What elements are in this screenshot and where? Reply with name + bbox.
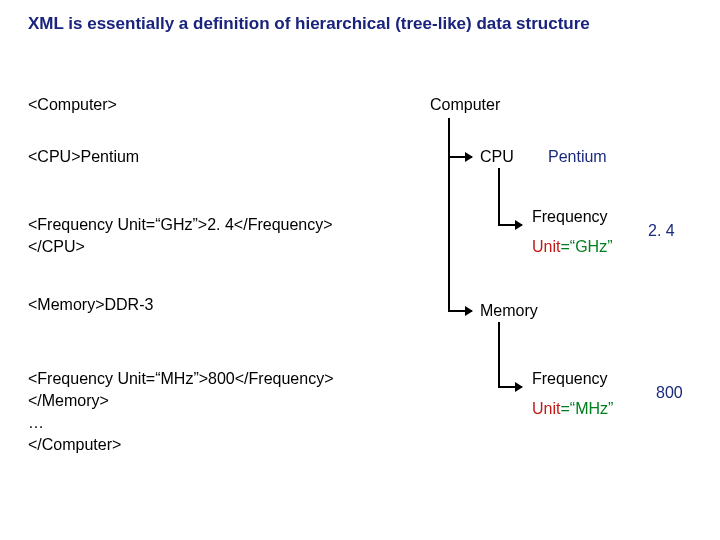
code-cpu-close: </CPU> — [28, 238, 85, 256]
tree-arrow-freq1 — [498, 224, 522, 226]
tree-frequency-ghz: Frequency — [532, 208, 608, 226]
tree-frequency-mhz: Frequency — [532, 370, 608, 388]
tree-line-memory — [498, 322, 500, 386]
tree-unit-ghz: Unit=“GHz” — [532, 238, 612, 256]
tree-arrow-memory — [448, 310, 472, 312]
code-memory-close: </Memory> — [28, 392, 109, 410]
code-memory-open: <Memory>DDR-3 — [28, 296, 153, 314]
code-cpu-open: <CPU>Pentium — [28, 148, 139, 166]
tree-line-cpu — [498, 168, 500, 224]
code-frequency-mhz: <Frequency Unit=“MHz”>800</Frequency> — [28, 370, 333, 388]
tree-unit-mhz: Unit=“MHz” — [532, 400, 613, 418]
unit-val-mhz: =“MHz” — [560, 400, 613, 417]
tree-computer: Computer — [430, 96, 500, 114]
tree-freq-mhz-value: 800 — [656, 384, 683, 402]
tree-line-root — [448, 118, 450, 312]
page-title: XML is essentially a definition of hiera… — [28, 14, 590, 34]
code-frequency-ghz: <Frequency Unit=“GHz”>2. 4</Frequency> — [28, 216, 333, 234]
code-ellipsis: … — [28, 414, 44, 432]
unit-attr-mhz: Unit — [532, 400, 560, 417]
tree-arrow-cpu — [448, 156, 472, 158]
tree-memory: Memory — [480, 302, 538, 320]
unit-val-ghz: =“GHz” — [560, 238, 612, 255]
tree-cpu: CPU — [480, 148, 514, 166]
tree-cpu-value: Pentium — [548, 148, 607, 166]
unit-attr-ghz: Unit — [532, 238, 560, 255]
code-computer-open: <Computer> — [28, 96, 117, 114]
tree-arrow-freq2 — [498, 386, 522, 388]
code-computer-close: </Computer> — [28, 436, 121, 454]
tree-freq-ghz-value: 2. 4 — [648, 222, 675, 240]
